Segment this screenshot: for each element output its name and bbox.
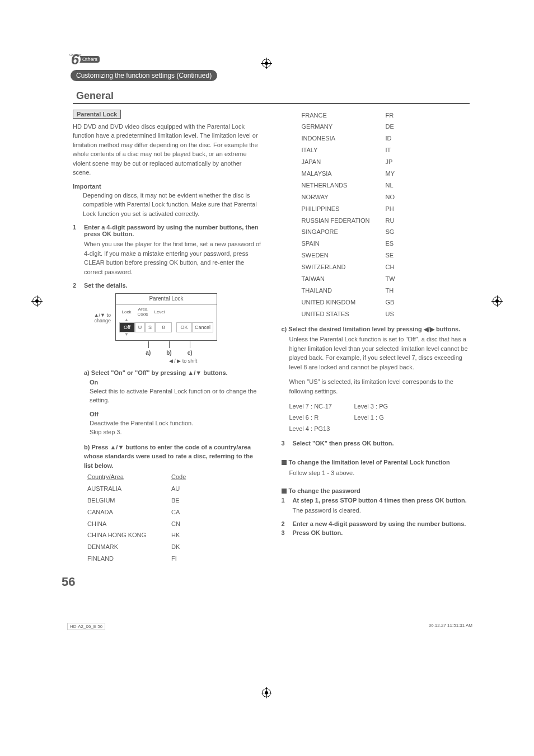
country-code: ES (386, 238, 408, 250)
country-row: SWEDENSE (302, 250, 470, 261)
country-name: CHINA HONG KONG (87, 529, 171, 541)
country-name: CANADA (87, 506, 171, 518)
country-row: NETHERLANDSNL (302, 180, 470, 191)
country-code: AU (171, 483, 194, 495)
country-name: FRANCE (302, 110, 386, 121)
pw-step-3: 3 Press OK button. (282, 529, 470, 536)
osd-val-level: 8 (155, 322, 172, 332)
country-code: ID (386, 133, 408, 144)
chapter-name: Others (82, 57, 97, 62)
footer: HD-A2_06_E 56 06.12.27 11:51:31 AM (0, 612, 534, 641)
footer-right: 06.12.27 11:51:31 AM (429, 623, 472, 630)
pw-step-2: 2 Enter a new 4-digit password by using … (282, 520, 470, 527)
option-a-head: a) Select "On" or "Off" by pressing ▲/▼ … (73, 368, 261, 378)
level-7: Level 7 : NC-17 (289, 401, 354, 412)
pw-step-1-number: 1 (282, 497, 293, 504)
osd-shift-note: ◀ / ▶ to shift (115, 358, 217, 364)
country-rows-right: FRANCEFRGERMANYDEINDONESIAIDITALYITJAPAN… (302, 110, 470, 320)
osd-val-cancel: Cancel (192, 322, 213, 332)
country-name: BELGIUM (87, 495, 171, 506)
osd-head-lock: Lock (119, 309, 134, 316)
country-row: JAPANJP (302, 156, 470, 168)
step-2-number: 2 (73, 282, 84, 289)
level-6: Level 6 : R (289, 412, 354, 424)
country-code: SG (386, 226, 408, 238)
on-text: Select this to activate Parental Lock fu… (90, 387, 261, 405)
country-name: CHINA (87, 518, 171, 530)
step-1-title: Enter a 4-digit password by using the nu… (84, 224, 261, 237)
country-name: RUSSIAN FEDERATION (302, 215, 386, 227)
country-code: FI (171, 553, 194, 565)
country-name: FINLAND (87, 553, 171, 565)
country-name: SWITZERLAND (302, 261, 386, 273)
off-text-2: Skip step 3. (90, 428, 261, 437)
option-c-body-1: Unless the Parental Lock function is set… (282, 335, 470, 372)
country-name: GERMANY (302, 121, 386, 133)
country-name: AUSTRALIA (87, 483, 171, 495)
country-row: SPAINES (302, 238, 470, 250)
country-col-header: Country/Area (87, 471, 171, 483)
country-row: FRANCEFR (302, 110, 470, 121)
country-code: IT (386, 144, 408, 156)
chapter-tag: Chapter 6 Others (73, 56, 100, 63)
country-code: NL (386, 180, 408, 191)
country-code: US (386, 308, 408, 320)
country-code: DK (171, 541, 194, 553)
country-row: CHINACN (87, 518, 261, 530)
country-code: BE (171, 495, 194, 506)
step-3-number: 3 (282, 440, 293, 447)
country-row: MALAYSIAMY (302, 168, 470, 180)
osd-arrow-down: ▼ (119, 332, 213, 337)
osd-callouts: a) b) c) (115, 350, 217, 356)
osd-callout-a: a) (146, 350, 151, 356)
step-3: 3 Select "OK" then press OK button. (282, 440, 470, 447)
change-pw-head: To change the password (282, 486, 470, 496)
country-code: TW (386, 273, 408, 285)
osd-box: Parental Lock Lock Area Code Level ▲ Off… (115, 293, 217, 341)
country-name: PHILIPPINES (302, 203, 386, 215)
pw-step-3-number: 3 (282, 529, 293, 536)
country-code: PH (386, 203, 408, 215)
level-3: Level 3 : PG (354, 401, 388, 412)
osd-callout-c: c) (188, 350, 193, 356)
on-head: On (90, 379, 261, 386)
country-row: SINGAPORESG (302, 226, 470, 238)
country-name: SINGAPORE (302, 226, 386, 238)
country-row: UNITED STATESUS (302, 308, 470, 320)
section-title: General (73, 89, 470, 104)
country-row: SWITZERLANDCH (302, 261, 470, 273)
country-code: CH (386, 261, 408, 273)
step-1-body: When you use the player for the first ti… (73, 240, 261, 276)
chapter-prefix: Chapter (69, 53, 81, 57)
country-name: ITALY (302, 144, 386, 156)
diagram-left-note: ▲/▼ to change (78, 293, 115, 323)
country-code: DE (386, 121, 408, 133)
pw-step-1: 1 At step 1, press STOP button 4 times t… (282, 497, 470, 504)
page-number: 56 (62, 575, 470, 589)
country-row: CANADACA (87, 506, 261, 518)
country-row: ITALYIT (302, 144, 470, 156)
country-code: MY (386, 168, 408, 180)
country-name: THAILAND (302, 285, 386, 297)
option-a-body: On Select this to activate Parental Lock… (73, 379, 261, 437)
off-text-1: Deactivate the Parental Lock function. (90, 419, 261, 428)
osd-val-u: U (135, 322, 145, 332)
country-name: NORWAY (302, 191, 386, 203)
osd-val-ok: OK (176, 322, 192, 332)
change-level-head: To change the limitation level of Parent… (282, 458, 470, 467)
country-code: FR (386, 110, 408, 121)
country-code: HK (171, 529, 194, 541)
footer-left: HD-A2_06_E 56 (67, 623, 105, 630)
country-rows-left: AUSTRALIAAUBELGIUMBECANADACACHINACNCHINA… (87, 483, 261, 565)
step-1-number: 1 (73, 224, 84, 237)
country-code: CA (171, 506, 194, 518)
right-column: FRANCEFRGERMANYDEINDONESIAIDITALYITJAPAN… (282, 110, 470, 565)
intro-paragraph: HD DVD and DVD video discs equipped with… (73, 122, 261, 177)
change-level-body: Follow step 1 - 3 above. (282, 468, 470, 478)
level-4: Level 4 : PG13 (289, 424, 354, 435)
parental-lock-label: Parental Lock (73, 110, 121, 119)
country-row: RUSSIAN FEDERATIONRU (302, 215, 470, 227)
chapter-number-badge: Chapter 6 (68, 53, 81, 65)
pw-step-2-number: 2 (282, 520, 293, 527)
osd-head-area: Area Code (134, 307, 152, 318)
